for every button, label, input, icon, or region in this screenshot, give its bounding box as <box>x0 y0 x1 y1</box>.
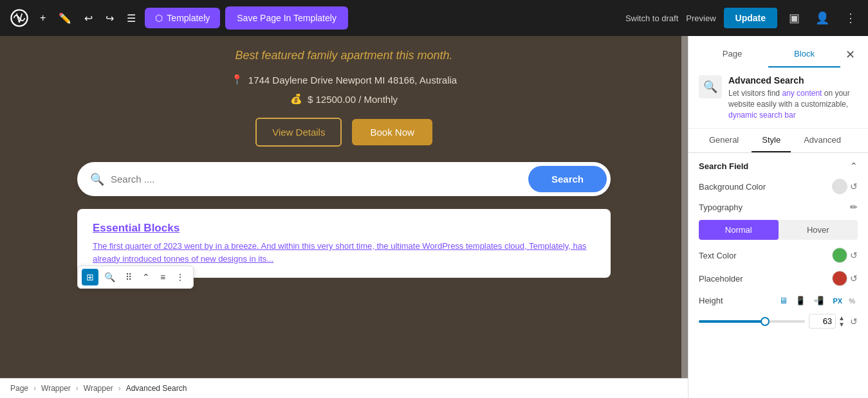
breadcrumb-page[interactable]: Page <box>10 384 28 393</box>
property-panel: Page Block ✕ 🔍 Advanced Search Let visit… <box>688 36 868 398</box>
px-unit-button[interactable]: PX <box>831 296 845 306</box>
block-name: Advanced Search <box>728 75 858 86</box>
breadcrumb-current: Advanced Search <box>126 384 187 393</box>
section-title: Search Field <box>699 161 748 171</box>
search-input[interactable] <box>111 174 528 185</box>
text-color-field: Text Color ↺ <box>699 248 858 263</box>
location-row: 📍 1744 Daylene Drive Newport MI 48166, A… <box>39 74 649 86</box>
typography-label: Typography <box>699 203 743 212</box>
search-bar-container: 🔍 Search <box>77 162 611 196</box>
height-decrement-button[interactable]: ▼ <box>837 321 846 328</box>
background-color-reset[interactable]: ↺ <box>850 181 858 192</box>
text-color-control: ↺ <box>832 248 858 263</box>
style-tabs: General Style Advanced <box>688 129 868 153</box>
price-icon: 💰 <box>290 93 302 105</box>
height-slider-fill <box>699 320 762 323</box>
block-type-icon: 🔍 <box>699 75 722 98</box>
normal-state-button[interactable]: Normal <box>699 220 779 240</box>
height-label: Height <box>699 296 772 305</box>
tab-page[interactable]: Page <box>696 41 768 68</box>
tab-general[interactable]: General <box>699 129 749 152</box>
breadcrumb-wrapper-2[interactable]: Wrapper <box>84 384 113 393</box>
switch-draft-button[interactable]: Switch to draft <box>625 14 678 23</box>
main-tabs: Page Block <box>696 41 840 68</box>
view-details-button[interactable]: View Details <box>255 118 342 147</box>
layout-icon-button[interactable]: ▣ <box>785 7 804 29</box>
location-text: 1744 Daylene Drive Newport MI 48166, Aus… <box>248 75 457 86</box>
panel-close-button[interactable]: ✕ <box>840 42 860 67</box>
edit-button[interactable]: ✏️ <box>55 8 75 28</box>
text-color-label: Text Color <box>699 251 737 260</box>
user-icon-button[interactable]: 👤 <box>811 7 833 29</box>
typography-edit-button[interactable]: ✏ <box>850 202 858 212</box>
search-button[interactable]: Search <box>528 166 607 192</box>
templately-icon: ⬡ <box>155 13 163 23</box>
block-toolbar: ⊞ 🔍 ⠿ ⌃ ≡ ⋮ <box>77 266 194 289</box>
breadcrumb-sep-3: › <box>118 384 121 393</box>
hover-state-button[interactable]: Hover <box>779 220 858 240</box>
list-view-button[interactable]: ☰ <box>123 8 140 28</box>
tablet-device-button[interactable]: 📱 <box>792 294 809 307</box>
result-title[interactable]: Essential Blocks <box>93 222 595 235</box>
breadcrumb-wrapper-1[interactable]: Wrapper <box>41 384 71 393</box>
height-slider-thumb <box>761 317 770 326</box>
height-row: Height 🖥 📱 📲 PX % <box>699 294 858 307</box>
background-color-field: Background Color ↺ <box>699 179 858 194</box>
redo-button[interactable]: ↪ <box>102 8 118 28</box>
placeholder-label: Placeholder <box>699 274 743 284</box>
book-now-button[interactable]: Book Now <box>352 119 432 145</box>
height-number-control: ▲ ▼ <box>809 314 846 329</box>
placeholder-control: ↺ <box>832 271 858 286</box>
height-input-row: ▲ ▼ ↺ <box>699 314 858 329</box>
height-spinners: ▲ ▼ <box>837 315 846 328</box>
height-reset-button[interactable]: ↺ <box>850 316 858 327</box>
tab-block[interactable]: Block <box>768 41 840 68</box>
block-selector-button[interactable]: 🔍 <box>100 269 120 285</box>
wp-logo <box>8 6 31 30</box>
desktop-device-button[interactable]: 🖥 <box>776 294 791 307</box>
breadcrumb-sep-1: › <box>33 384 36 393</box>
canvas-content: Best featured family apartment this mont… <box>0 36 688 398</box>
tab-advanced[interactable]: Advanced <box>793 129 851 152</box>
top-bar-right: Switch to draft Preview Update ▣ 👤 ⋮ <box>625 7 860 29</box>
add-button[interactable]: + <box>36 8 50 28</box>
panel-header: Page Block ✕ <box>688 36 868 68</box>
price-text: $ 12500.00 / Monthly <box>308 94 398 105</box>
drag-handle[interactable]: ⠿ <box>121 269 136 285</box>
text-color-swatch[interactable] <box>832 248 847 263</box>
breadcrumb-sep-2: › <box>76 384 78 393</box>
buttons-row: ⊞ 🔍 ⠿ ⌃ ≡ ⋮ View Details Book Now <box>39 118 649 147</box>
preview-button[interactable]: Preview <box>686 14 716 23</box>
update-button[interactable]: Update <box>724 8 777 28</box>
save-page-button[interactable]: Save Page In Templately <box>225 6 348 30</box>
block-type-icon-button[interactable]: ⊞ <box>82 269 98 285</box>
location-icon: 📍 <box>231 74 243 86</box>
block-info-text: Advanced Search Let visitors find any co… <box>728 75 858 120</box>
result-description: The first quarter of 2023 went by in a b… <box>93 240 595 265</box>
align-button[interactable]: ≡ <box>156 269 170 285</box>
height-input[interactable] <box>809 314 836 329</box>
block-description: Let visitors find any content on your we… <box>728 88 858 120</box>
state-toggle: Normal Hover <box>699 220 858 240</box>
text-color-reset[interactable]: ↺ <box>850 250 858 260</box>
height-slider[interactable] <box>699 320 805 323</box>
placeholder-color-field: Placeholder ↺ <box>699 271 858 286</box>
section-toggle-button[interactable]: ⌃ <box>850 161 858 171</box>
more-options-button[interactable]: ⋮ <box>841 7 860 29</box>
breadcrumb: Page › Wrapper › Wrapper › Advanced Sear… <box>0 378 688 398</box>
placeholder-color-reset[interactable]: ↺ <box>850 273 858 284</box>
more-block-options[interactable]: ⋮ <box>171 269 189 285</box>
unit-toggle: PX % <box>831 296 858 306</box>
background-color-swatch[interactable] <box>832 179 847 194</box>
background-color-label: Background Color <box>699 182 766 192</box>
canvas-area: Best featured family apartment this mont… <box>0 36 688 398</box>
typography-field: Typography ✏ <box>699 202 858 212</box>
placeholder-color-swatch[interactable] <box>832 271 847 286</box>
mobile-device-button[interactable]: 📲 <box>810 294 827 307</box>
tab-style[interactable]: Style <box>752 129 791 152</box>
undo-button[interactable]: ↩ <box>80 8 97 28</box>
templately-button[interactable]: ⬡ Templately <box>145 8 220 28</box>
canvas-inner: Best featured family apartment this mont… <box>0 36 688 291</box>
percent-unit-button[interactable]: % <box>846 296 858 306</box>
move-up-button[interactable]: ⌃ <box>138 269 154 285</box>
